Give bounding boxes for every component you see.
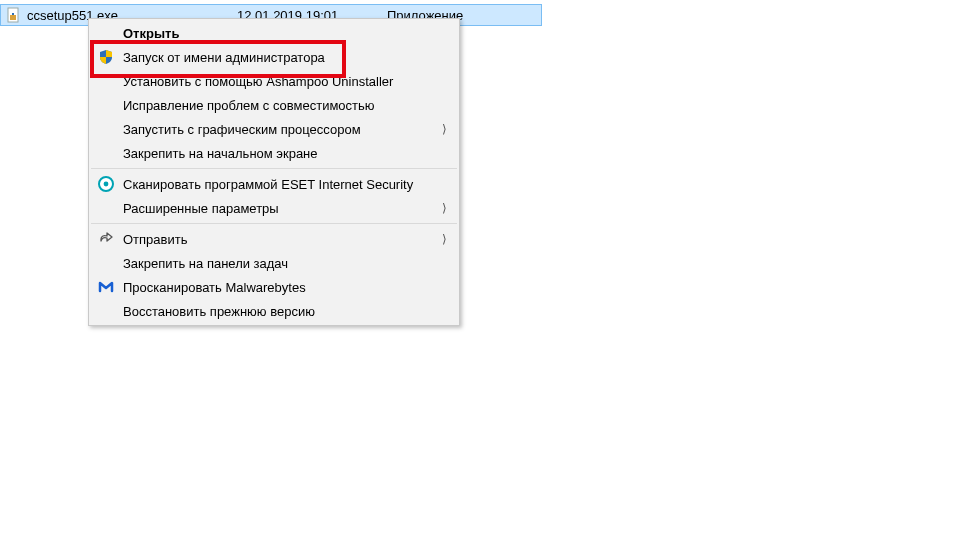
menu-pin-start[interactable]: Закрепить на начальном экране [89, 141, 459, 165]
menu-open[interactable]: Открыть [89, 21, 459, 45]
context-menu: Открыть Запуск от имени администратора У… [88, 18, 460, 326]
menu-eset-advanced[interactable]: Расширенные параметры ⟩ [89, 196, 459, 220]
menu-pin-taskbar[interactable]: Закрепить на панели задач [89, 251, 459, 275]
menu-troubleshoot-compat[interactable]: Исправление проблем с совместимостью [89, 93, 459, 117]
menu-scan-malwarebytes[interactable]: Просканировать Malwarebytes [89, 275, 459, 299]
eset-icon [97, 175, 115, 193]
chevron-right-icon: ⟩ [442, 122, 447, 136]
menu-restore-prev-label: Восстановить прежнюю версию [123, 304, 429, 319]
menu-run-gpu[interactable]: Запустить с графическим процессором ⟩ [89, 117, 459, 141]
share-icon [97, 230, 115, 248]
menu-install-ashampoo[interactable]: Установить с помощью Ashampoo Uninstalle… [89, 69, 459, 93]
menu-eset-advanced-label: Расширенные параметры [123, 201, 429, 216]
menu-scan-malwarebytes-label: Просканировать Malwarebytes [123, 280, 429, 295]
menu-run-as-admin[interactable]: Запуск от имени администратора [89, 45, 459, 69]
chevron-right-icon: ⟩ [442, 232, 447, 246]
menu-install-ashampoo-label: Установить с помощью Ashampoo Uninstalle… [123, 74, 429, 89]
shield-uac-icon [97, 48, 115, 66]
svg-point-4 [104, 182, 109, 187]
svg-rect-2 [12, 13, 14, 15]
menu-pin-taskbar-label: Закрепить на панели задач [123, 256, 429, 271]
malwarebytes-icon [97, 278, 115, 296]
menu-send-to[interactable]: Отправить ⟩ [89, 227, 459, 251]
svg-rect-1 [10, 15, 16, 20]
menu-separator [91, 223, 457, 224]
menu-scan-eset[interactable]: Сканировать программой ESET Internet Sec… [89, 172, 459, 196]
chevron-right-icon: ⟩ [442, 201, 447, 215]
menu-restore-prev[interactable]: Восстановить прежнюю версию [89, 299, 459, 323]
menu-send-to-label: Отправить [123, 232, 429, 247]
menu-troubleshoot-compat-label: Исправление проблем с совместимостью [123, 98, 429, 113]
menu-run-gpu-label: Запустить с графическим процессором [123, 122, 429, 137]
menu-run-as-admin-label: Запуск от имени администратора [123, 50, 429, 65]
installer-file-icon [5, 6, 23, 24]
menu-separator [91, 168, 457, 169]
menu-pin-start-label: Закрепить на начальном экране [123, 146, 429, 161]
menu-scan-eset-label: Сканировать программой ESET Internet Sec… [123, 177, 429, 192]
menu-open-label: Открыть [123, 26, 429, 41]
